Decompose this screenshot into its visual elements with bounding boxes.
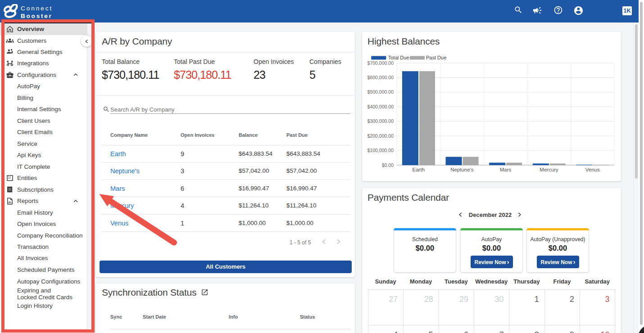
- svg-text:$0.00: $0.00: [382, 162, 394, 168]
- svg-text:$300,000.00: $300,000.00: [367, 118, 394, 124]
- svg-text:Booster: Booster: [21, 13, 53, 19]
- svg-text:$100,000.00: $100,000.00: [367, 148, 394, 153]
- svg-text:$400,000.00: $400,000.00: [367, 104, 394, 109]
- svg-text:$200,000.00: $200,000.00: [367, 133, 394, 139]
- svg-text:Mercury: Mercury: [540, 167, 558, 172]
- svg-text:Past Due: Past Due: [426, 55, 446, 60]
- svg-text:$500,000.00: $500,000.00: [367, 89, 394, 94]
- svg-text:$700,000.00: $700,000.00: [367, 60, 394, 66]
- svg-text:Total Due: Total Due: [388, 55, 409, 60]
- svg-text:Connect: Connect: [21, 5, 53, 12]
- svg-text:Mars: Mars: [500, 167, 512, 172]
- svg-text:Venus: Venus: [585, 167, 600, 172]
- svg-text:Neptune's: Neptune's: [450, 167, 474, 172]
- svg-text:Earth: Earth: [413, 167, 425, 172]
- svg-text:$600,000.00: $600,000.00: [367, 75, 394, 80]
